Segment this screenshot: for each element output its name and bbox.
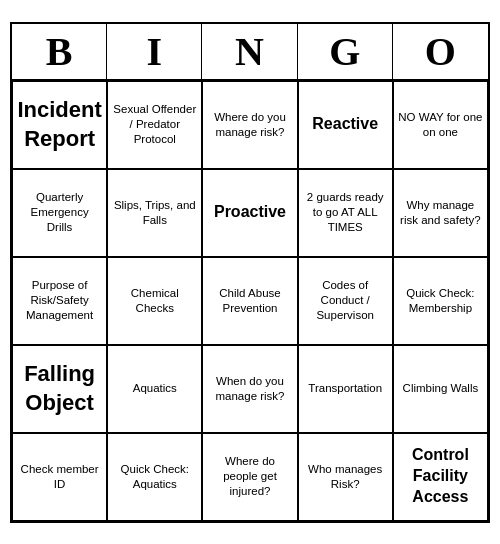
cell-text: 2 guards ready to go AT ALL TIMES: [303, 190, 388, 235]
cell-text: Chemical Checks: [112, 286, 197, 316]
cell-text: Quick Check: Aquatics: [112, 462, 197, 492]
bingo-cell: Who manages Risk?: [298, 433, 393, 521]
cell-text: Codes of Conduct / Supervison: [303, 278, 388, 323]
cell-text: Falling Object: [17, 360, 102, 417]
bingo-cell: Check member ID: [12, 433, 107, 521]
header-letter: N: [202, 24, 297, 79]
bingo-cell: Transportation: [298, 345, 393, 433]
bingo-cell: Purpose of Risk/Safety Management: [12, 257, 107, 345]
bingo-cell: Chemical Checks: [107, 257, 202, 345]
header-letter: G: [298, 24, 393, 79]
bingo-cell: Why manage risk and safety?: [393, 169, 488, 257]
bingo-grid: Incident ReportSexual Offender / Predato…: [12, 81, 488, 521]
bingo-cell: Control Facility Access: [393, 433, 488, 521]
cell-text: Where do people get injured?: [207, 454, 292, 499]
cell-text: Why manage risk and safety?: [398, 198, 483, 228]
bingo-cell: Aquatics: [107, 345, 202, 433]
bingo-cell: When do you manage risk?: [202, 345, 297, 433]
header-letter: I: [107, 24, 202, 79]
bingo-cell: Quick Check: Aquatics: [107, 433, 202, 521]
bingo-cell: Incident Report: [12, 81, 107, 169]
bingo-card: BINGO Incident ReportSexual Offender / P…: [10, 22, 490, 523]
cell-text: When do you manage risk?: [207, 374, 292, 404]
cell-text: Transportation: [308, 381, 382, 396]
cell-text: Proactive: [214, 202, 286, 223]
cell-text: Control Facility Access: [398, 445, 483, 507]
bingo-header: BINGO: [12, 24, 488, 81]
bingo-cell: Child Abuse Prevention: [202, 257, 297, 345]
header-letter: O: [393, 24, 488, 79]
cell-text: Quarterly Emergency Drills: [17, 190, 102, 235]
bingo-cell: Codes of Conduct / Supervison: [298, 257, 393, 345]
bingo-cell: Where do you manage risk?: [202, 81, 297, 169]
cell-text: Where do you manage risk?: [207, 110, 292, 140]
cell-text: Who manages Risk?: [303, 462, 388, 492]
bingo-cell: Quarterly Emergency Drills: [12, 169, 107, 257]
bingo-cell: Proactive: [202, 169, 297, 257]
bingo-cell: Climbing Walls: [393, 345, 488, 433]
bingo-cell: NO WAY for one on one: [393, 81, 488, 169]
bingo-cell: Reactive: [298, 81, 393, 169]
cell-text: Aquatics: [133, 381, 177, 396]
cell-text: Incident Report: [17, 96, 102, 153]
bingo-cell: Slips, Trips, and Falls: [107, 169, 202, 257]
cell-text: Check member ID: [17, 462, 102, 492]
bingo-cell: Where do people get injured?: [202, 433, 297, 521]
bingo-cell: 2 guards ready to go AT ALL TIMES: [298, 169, 393, 257]
bingo-cell: Quick Check: Membership: [393, 257, 488, 345]
cell-text: Climbing Walls: [403, 381, 479, 396]
bingo-cell: Sexual Offender / Predator Protocol: [107, 81, 202, 169]
cell-text: Purpose of Risk/Safety Management: [17, 278, 102, 323]
bingo-cell: Falling Object: [12, 345, 107, 433]
cell-text: Reactive: [312, 114, 378, 135]
cell-text: Sexual Offender / Predator Protocol: [112, 102, 197, 147]
cell-text: Slips, Trips, and Falls: [112, 198, 197, 228]
header-letter: B: [12, 24, 107, 79]
cell-text: NO WAY for one on one: [398, 110, 483, 140]
cell-text: Quick Check: Membership: [398, 286, 483, 316]
cell-text: Child Abuse Prevention: [207, 286, 292, 316]
